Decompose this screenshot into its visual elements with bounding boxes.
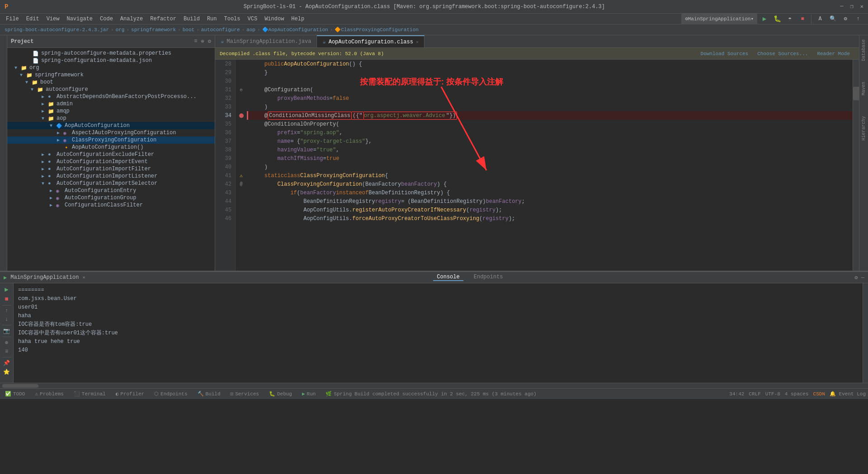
right-sidebar-maven[interactable]: Maven (861, 80, 866, 97)
project-panel-minimize[interactable]: ⚙ (208, 38, 211, 45)
menu-navigate[interactable]: Navigate (63, 15, 96, 23)
coverage-button[interactable]: ☂ (784, 14, 795, 24)
menu-file[interactable]: File (2, 15, 23, 23)
tree-item-amqp[interactable]: ▶ 📁 amqp (7, 108, 215, 115)
console-unfold-btn[interactable]: ≡ (5, 348, 8, 355)
tree-item-autoexclude[interactable]: ▶ ● AutoConfigurationExcludeFilter (7, 151, 215, 158)
menu-refactor[interactable]: Refactor (146, 15, 180, 23)
window-controls[interactable]: ─ ❐ ✕ (840, 3, 863, 10)
right-sidebar-database[interactable]: Database (861, 38, 866, 63)
tree-item-boot[interactable]: ▼ 📁 boot (7, 79, 215, 86)
settings-button[interactable]: ⚙ (840, 14, 851, 24)
download-sources-link[interactable]: Download Sources (701, 51, 749, 56)
debug-button[interactable]: 🐛 (772, 14, 783, 24)
update-button[interactable]: ↑ (853, 14, 863, 24)
tree-item-autoimportselector[interactable]: ▼ ● AutoConfigurationImportSelector (7, 180, 215, 187)
status-problems[interactable]: ⚠ Problems (32, 391, 66, 397)
tree-item-aop[interactable]: ▼ 📁 aop (7, 115, 215, 122)
bc-autoconfigure[interactable]: autoconfigure (201, 27, 240, 33)
status-terminal[interactable]: ⬛ Terminal (71, 391, 108, 397)
bc-springframework[interactable]: springframework (131, 27, 176, 33)
tree-item-autoconfigure[interactable]: ▼ 📁 autoconfigure (7, 86, 215, 93)
project-panel-settings[interactable]: ≡ (194, 38, 197, 45)
run-tab-close[interactable]: ✕ (82, 275, 85, 280)
menu-analyze[interactable]: Analyze (117, 15, 146, 23)
close-button[interactable]: ✕ (860, 3, 863, 10)
run-bar-settings[interactable]: ⚙ ─ (854, 274, 864, 281)
tree-item-metadata-json[interactable]: 📄 spring-configuration-metadata.json (7, 57, 215, 64)
console-scrollbar[interactable] (863, 283, 868, 383)
restore-button[interactable]: ❐ (850, 3, 854, 10)
bc-boot[interactable]: boot (183, 27, 194, 33)
editor-scrollbar[interactable] (853, 60, 859, 271)
status-charset[interactable]: UTF-8 (765, 391, 780, 397)
tree-item-autoimportevent[interactable]: ▶ ● AutoConfigurationImportEvent (7, 158, 215, 165)
status-endpoints[interactable]: ⬡ Endpoints (151, 391, 190, 397)
fold-icon-31[interactable]: ⊖ (240, 87, 242, 93)
menu-help[interactable]: Help (288, 15, 308, 23)
tree-item-org[interactable]: ▼ 📁 org (7, 64, 215, 71)
menu-code[interactable]: Code (96, 15, 117, 23)
status-eventlog[interactable]: 🔔 Event Log (830, 391, 866, 397)
tree-item-aspectj[interactable]: ▶ ◉ AspectJAutoProxyingConfiguration (7, 129, 215, 136)
menu-window[interactable]: Window (261, 15, 288, 23)
tree-item-autoconfiggroup[interactable]: ▶ ◉ AutoConfigurationGroup (7, 194, 215, 202)
menu-tools[interactable]: Tools (221, 15, 244, 23)
console-restart-btn[interactable]: ▶ (5, 286, 8, 293)
bc-aop[interactable]: aop (246, 27, 255, 33)
breakpoint-34[interactable] (239, 113, 244, 118)
menu-edit[interactable]: Edit (23, 15, 43, 23)
bc-jar[interactable]: spring-boot-autoconfigure-2.4.3.jar (5, 27, 109, 33)
right-sidebar-hierarchy[interactable]: Hierarchy (861, 114, 866, 142)
menu-build[interactable]: Build (180, 15, 203, 23)
status-crlf[interactable]: CRLF (749, 391, 760, 397)
project-panel-gear[interactable]: ⊕ (201, 38, 204, 45)
console-scroll-down[interactable]: ↓ (5, 316, 8, 323)
console-fold-btn[interactable]: ⊕ (5, 339, 8, 346)
run-config-selector[interactable]: ⚙ MainSpringApplication ▾ (681, 14, 757, 24)
console-camera-btn[interactable]: 📷 (3, 328, 10, 334)
tree-item-springframework[interactable]: ▼ 📁 springframework (7, 71, 215, 79)
menu-view[interactable]: View (43, 15, 63, 23)
status-debug[interactable]: 🐛 Debug (266, 391, 295, 397)
stop-button[interactable]: ■ (797, 14, 808, 24)
bc-classproxyconfig[interactable]: ClassProxyingConfiguration (341, 27, 419, 33)
bc-org[interactable]: org (116, 27, 125, 33)
menu-run[interactable]: Run (203, 15, 221, 23)
tab-main-spring-app[interactable]: ☕ MainSpringApplication.java (215, 35, 317, 47)
console-scroll-up[interactable]: ↑ (5, 308, 8, 314)
status-profiler[interactable]: ◐ Profiler (113, 391, 147, 397)
console-extra1[interactable]: 📌 (3, 360, 10, 366)
scrollbar-thumb[interactable] (853, 87, 859, 100)
tree-item-admin[interactable]: ▶ 📁 admin (7, 100, 215, 108)
console-extra2[interactable]: ⭐ (3, 369, 10, 375)
tree-item-classproxyconfig[interactable]: ▶ ◉ ClassProxyingConfiguration (7, 136, 215, 144)
tree-item-configclassfilter[interactable]: ▶ ◉ ConfigurationClassFilter (7, 202, 215, 209)
tree-item-aopautoconfigmethod[interactable]: ▶ 🔸 AopAutoConfiguration() (7, 144, 215, 151)
tab-close-aop[interactable]: ✕ (416, 39, 419, 45)
bc-aopconfig[interactable]: AopAutoConfiguration (269, 27, 328, 33)
console-stop-btn[interactable]: ■ (5, 296, 8, 303)
tree-item-autoimportlistener[interactable]: ▶ ● AutoConfigurationImportListener (7, 173, 215, 180)
status-spring[interactable]: 🌿 Spring (323, 391, 354, 397)
tree-item-autoconfigentry[interactable]: ▶ ◉ AutoConfigurationEntry (7, 187, 215, 194)
status-spaces[interactable]: 4 spaces (785, 391, 809, 397)
tree-item-autoimportfilter[interactable]: ▶ ● AutoConfigurationImportFilter (7, 165, 215, 173)
status-run[interactable]: ▶ Run (299, 391, 318, 397)
hscroll-thumb[interactable] (2, 384, 38, 388)
choose-sources-link[interactable]: Choose Sources... (757, 51, 808, 56)
tree-item-metadata-props[interactable]: 📄 spring-autoconfigure-metadata.properti… (7, 50, 215, 57)
tab-aop-config[interactable]: ☕ AopAutoConfiguration.class ✕ (317, 35, 425, 47)
run-button[interactable]: ▶ (759, 14, 770, 24)
minimize-button[interactable]: ─ (840, 3, 843, 10)
run-tab-endpoints[interactable]: Endpoints (470, 274, 507, 281)
tree-item-aopautoconfig[interactable]: ▼ 🔷 AopAutoConfiguration (7, 122, 215, 129)
code-content[interactable]: public AopAutoConfiguration () { } @Conf… (247, 60, 853, 271)
search-everywhere[interactable]: 🔍 (827, 14, 838, 24)
menu-vcs[interactable]: VCS (244, 15, 261, 23)
run-tab-console[interactable]: Console (433, 274, 463, 281)
console-hscroll[interactable] (0, 383, 868, 388)
status-build[interactable]: 🔨 Build (195, 391, 223, 397)
status-todo[interactable]: ✅ TODO (2, 391, 28, 397)
tree-item-abstractdepends[interactable]: ▶ ● AbstractDependsOnBeanFactoryPostProc… (7, 93, 215, 100)
